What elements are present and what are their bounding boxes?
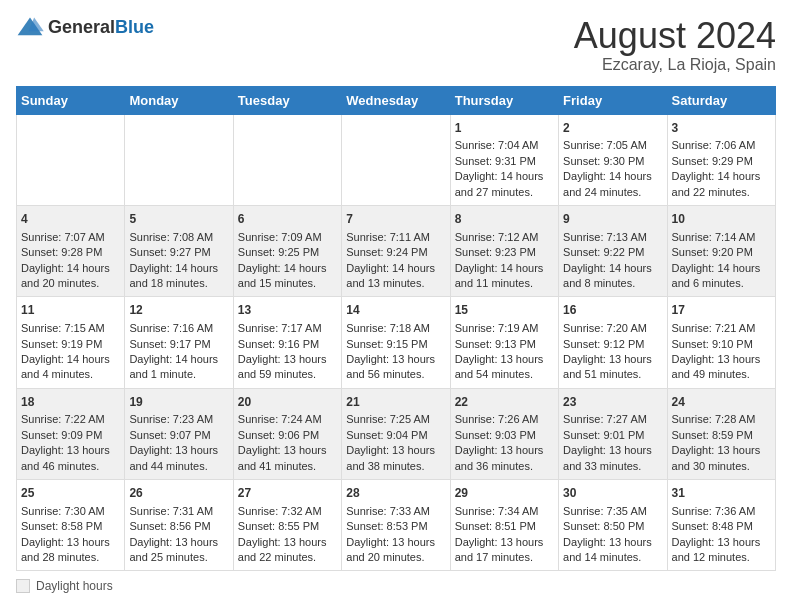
day-number: 13: [238, 302, 337, 319]
week-row-1: 1Sunrise: 7:04 AMSunset: 9:31 PMDaylight…: [17, 114, 776, 205]
sunrise-text: Sunrise: 7:28 AM: [672, 413, 756, 425]
sunset-text: Sunset: 9:10 PM: [672, 338, 753, 350]
sunset-text: Sunset: 9:12 PM: [563, 338, 644, 350]
week-row-4: 18Sunrise: 7:22 AMSunset: 9:09 PMDayligh…: [17, 388, 776, 479]
day-number: 26: [129, 485, 228, 502]
daylight-text: Daylight: 13 hours and 38 minutes.: [346, 444, 435, 471]
day-cell: 21Sunrise: 7:25 AMSunset: 9:04 PMDayligh…: [342, 388, 450, 479]
sunset-text: Sunset: 9:13 PM: [455, 338, 536, 350]
sunset-text: Sunset: 8:59 PM: [672, 429, 753, 441]
week-row-2: 4Sunrise: 7:07 AMSunset: 9:28 PMDaylight…: [17, 205, 776, 296]
sunset-text: Sunset: 8:51 PM: [455, 520, 536, 532]
logo-icon: [16, 16, 44, 38]
day-number: 17: [672, 302, 771, 319]
sunrise-text: Sunrise: 7:15 AM: [21, 322, 105, 334]
title-block: August 2024 Ezcaray, La Rioja, Spain: [574, 16, 776, 74]
daylight-text: Daylight: 13 hours and 14 minutes.: [563, 536, 652, 563]
footer-note: Daylight hours: [16, 579, 776, 593]
day-cell: [17, 114, 125, 205]
sunrise-text: Sunrise: 7:08 AM: [129, 231, 213, 243]
day-cell: 11Sunrise: 7:15 AMSunset: 9:19 PMDayligh…: [17, 297, 125, 388]
daylight-text: Daylight: 14 hours and 20 minutes.: [21, 262, 110, 289]
day-cell: 27Sunrise: 7:32 AMSunset: 8:55 PMDayligh…: [233, 480, 341, 571]
daylight-text: Daylight: 14 hours and 27 minutes.: [455, 170, 544, 197]
sunset-text: Sunset: 9:19 PM: [21, 338, 102, 350]
day-number: 12: [129, 302, 228, 319]
day-cell: 28Sunrise: 7:33 AMSunset: 8:53 PMDayligh…: [342, 480, 450, 571]
daylight-text: Daylight: 13 hours and 36 minutes.: [455, 444, 544, 471]
sunset-text: Sunset: 9:20 PM: [672, 246, 753, 258]
day-cell: 30Sunrise: 7:35 AMSunset: 8:50 PMDayligh…: [559, 480, 667, 571]
day-number: 23: [563, 394, 662, 411]
daylight-text: Daylight: 13 hours and 46 minutes.: [21, 444, 110, 471]
sunset-text: Sunset: 9:25 PM: [238, 246, 319, 258]
sunset-text: Sunset: 8:53 PM: [346, 520, 427, 532]
daylight-text: Daylight: 13 hours and 33 minutes.: [563, 444, 652, 471]
header-row: SundayMondayTuesdayWednesdayThursdayFrid…: [17, 86, 776, 114]
sunset-text: Sunset: 9:31 PM: [455, 155, 536, 167]
sunrise-text: Sunrise: 7:13 AM: [563, 231, 647, 243]
daylight-text: Daylight: 14 hours and 13 minutes.: [346, 262, 435, 289]
logo-general: General: [48, 17, 115, 37]
day-cell: 16Sunrise: 7:20 AMSunset: 9:12 PMDayligh…: [559, 297, 667, 388]
sunset-text: Sunset: 9:17 PM: [129, 338, 210, 350]
day-cell: 6Sunrise: 7:09 AMSunset: 9:25 PMDaylight…: [233, 205, 341, 296]
day-cell: 20Sunrise: 7:24 AMSunset: 9:06 PMDayligh…: [233, 388, 341, 479]
day-cell: 22Sunrise: 7:26 AMSunset: 9:03 PMDayligh…: [450, 388, 558, 479]
sunrise-text: Sunrise: 7:12 AM: [455, 231, 539, 243]
sunrise-text: Sunrise: 7:17 AM: [238, 322, 322, 334]
day-cell: 24Sunrise: 7:28 AMSunset: 8:59 PMDayligh…: [667, 388, 775, 479]
day-number: 21: [346, 394, 445, 411]
sunset-text: Sunset: 9:15 PM: [346, 338, 427, 350]
daylight-text: Daylight: 13 hours and 41 minutes.: [238, 444, 327, 471]
day-cell: 5Sunrise: 7:08 AMSunset: 9:27 PMDaylight…: [125, 205, 233, 296]
sunset-text: Sunset: 9:06 PM: [238, 429, 319, 441]
day-cell: 10Sunrise: 7:14 AMSunset: 9:20 PMDayligh…: [667, 205, 775, 296]
calendar-title: August 2024: [574, 16, 776, 56]
sunset-text: Sunset: 9:01 PM: [563, 429, 644, 441]
daylight-text: Daylight: 13 hours and 12 minutes.: [672, 536, 761, 563]
day-cell: 8Sunrise: 7:12 AMSunset: 9:23 PMDaylight…: [450, 205, 558, 296]
day-cell: 9Sunrise: 7:13 AMSunset: 9:22 PMDaylight…: [559, 205, 667, 296]
column-header-tuesday: Tuesday: [233, 86, 341, 114]
day-cell: 19Sunrise: 7:23 AMSunset: 9:07 PMDayligh…: [125, 388, 233, 479]
daylight-text: Daylight: 14 hours and 8 minutes.: [563, 262, 652, 289]
sunrise-text: Sunrise: 7:09 AM: [238, 231, 322, 243]
sunrise-text: Sunrise: 7:36 AM: [672, 505, 756, 517]
day-number: 15: [455, 302, 554, 319]
sunrise-text: Sunrise: 7:07 AM: [21, 231, 105, 243]
sunrise-text: Sunrise: 7:18 AM: [346, 322, 430, 334]
sunset-text: Sunset: 9:03 PM: [455, 429, 536, 441]
day-cell: 3Sunrise: 7:06 AMSunset: 9:29 PMDaylight…: [667, 114, 775, 205]
day-number: 31: [672, 485, 771, 502]
sunrise-text: Sunrise: 7:04 AM: [455, 139, 539, 151]
sunset-text: Sunset: 8:50 PM: [563, 520, 644, 532]
sunset-text: Sunset: 9:07 PM: [129, 429, 210, 441]
day-cell: 7Sunrise: 7:11 AMSunset: 9:24 PMDaylight…: [342, 205, 450, 296]
sunrise-text: Sunrise: 7:35 AM: [563, 505, 647, 517]
daylight-text: Daylight: 13 hours and 56 minutes.: [346, 353, 435, 380]
day-number: 1: [455, 120, 554, 137]
day-cell: [125, 114, 233, 205]
sunset-text: Sunset: 8:48 PM: [672, 520, 753, 532]
sunset-text: Sunset: 8:55 PM: [238, 520, 319, 532]
day-number: 24: [672, 394, 771, 411]
daylight-text: Daylight: 13 hours and 51 minutes.: [563, 353, 652, 380]
sunset-text: Sunset: 9:04 PM: [346, 429, 427, 441]
calendar-body: 1Sunrise: 7:04 AMSunset: 9:31 PMDaylight…: [17, 114, 776, 571]
day-cell: 29Sunrise: 7:34 AMSunset: 8:51 PMDayligh…: [450, 480, 558, 571]
logo: GeneralBlue: [16, 16, 154, 38]
day-cell: 14Sunrise: 7:18 AMSunset: 9:15 PMDayligh…: [342, 297, 450, 388]
daylight-text: Daylight: 14 hours and 1 minute.: [129, 353, 218, 380]
day-number: 8: [455, 211, 554, 228]
sunset-text: Sunset: 9:23 PM: [455, 246, 536, 258]
day-number: 10: [672, 211, 771, 228]
sunrise-text: Sunrise: 7:11 AM: [346, 231, 430, 243]
column-header-monday: Monday: [125, 86, 233, 114]
sunrise-text: Sunrise: 7:16 AM: [129, 322, 213, 334]
sunset-text: Sunset: 9:22 PM: [563, 246, 644, 258]
calendar-subtitle: Ezcaray, La Rioja, Spain: [574, 56, 776, 74]
sunrise-text: Sunrise: 7:21 AM: [672, 322, 756, 334]
sunrise-text: Sunrise: 7:19 AM: [455, 322, 539, 334]
day-number: 29: [455, 485, 554, 502]
